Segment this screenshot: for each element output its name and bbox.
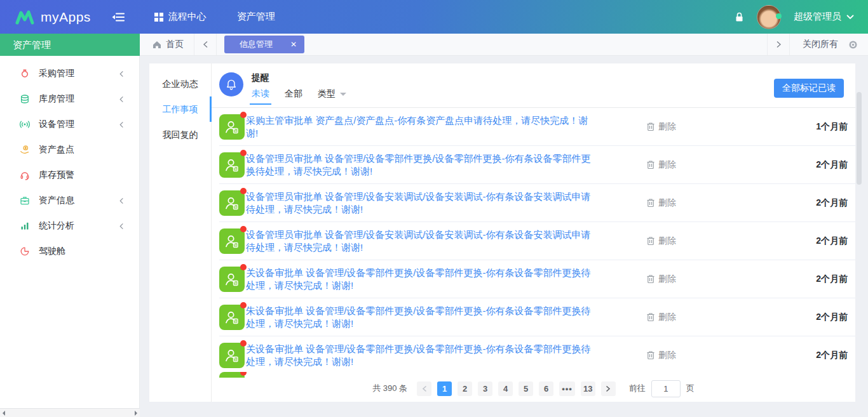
trash-icon [646, 236, 655, 246]
collapse-sidebar-icon[interactable] [111, 11, 125, 23]
trash-icon [646, 312, 655, 322]
sidebar-item-stock-warning[interactable]: 库存预警 [0, 162, 139, 188]
delete-button[interactable]: 删除 [646, 274, 676, 285]
pager-page-6[interactable]: 6 [539, 381, 553, 396]
user-menu[interactable]: 超级管理员 [794, 11, 854, 23]
pager-page-2[interactable]: 2 [458, 381, 472, 396]
sidebar-item-purchase-management[interactable]: 采购管理 [0, 61, 139, 86]
notification-link[interactable]: 设备管理员审批单 设备管理/设备安装调试/设备安装调试-你有条设备安装调试申请待… [246, 228, 592, 254]
breadcrumb-home[interactable]: 首页 [140, 34, 194, 55]
delete-button[interactable]: 删除 [646, 350, 676, 361]
partial-next-row [212, 372, 855, 378]
sidebar-item-dashboard-cockpit[interactable]: 驾驶舱 [0, 239, 139, 264]
topbar-right: 超级管理员 [735, 0, 854, 34]
user-badge-icon [219, 343, 245, 368]
pager-page-5[interactable]: 5 [519, 381, 533, 396]
home-icon [153, 41, 161, 49]
online-status-dot [776, 13, 782, 19]
signal-icon [19, 119, 31, 129]
unread-dot [240, 264, 247, 270]
notification-time: 2个月前 [816, 274, 848, 285]
unread-dot [240, 372, 247, 376]
notification-time: 2个月前 [816, 350, 848, 361]
pager-page-3[interactable]: 3 [478, 381, 492, 396]
top-menu-asset-management[interactable]: 资产管理 [237, 11, 275, 23]
filter-type[interactable]: 类型 [318, 88, 346, 100]
filter-tabs: 未读 全部 类型 [252, 88, 346, 100]
user-badge-icon [219, 305, 245, 330]
notification-link[interactable]: 朱设备审批单 设备管理/设备零部件更换/设备零部件更换-你有条设备零部件更换待处… [246, 305, 592, 330]
total-count: 共 390 条 [372, 383, 407, 394]
top-menu: 流程中心 资产管理 [154, 11, 275, 23]
tab-information-management[interactable]: 信息管理 ✕ [224, 36, 304, 53]
chevron-left-icon [118, 121, 125, 128]
pager-prev[interactable] [417, 381, 431, 396]
sidebar-module-title: 资产管理 [0, 34, 140, 56]
chevron-down-icon [846, 15, 854, 20]
scroll-left-arrow-icon[interactable] [3, 411, 5, 416]
subnav-enterprise-news[interactable]: 企业动态 [149, 71, 211, 96]
logo-m-icon [15, 10, 34, 25]
delete-button[interactable]: 删除 [646, 197, 676, 209]
notification-row: 关设备审批单 设备管理/设备零部件更换/设备零部件更换-你有条设备零部件更换待处… [219, 260, 855, 298]
sidebar-item-statistics-analysis[interactable]: 统计分析 [0, 213, 139, 239]
close-all-tabs-button[interactable]: 关闭所有 [803, 39, 838, 50]
unread-dot [240, 226, 247, 232]
filter-all[interactable]: 全部 [285, 88, 302, 100]
trash-icon [646, 198, 655, 208]
user-avatar[interactable] [757, 5, 781, 29]
top-menu-process-center[interactable]: 流程中心 [154, 11, 207, 23]
notification-row: 设备管理员审批单 设备管理/设备零部件更换/设备零部件更换-你有条设备零部件更换… [219, 146, 855, 184]
delete-button[interactable]: 删除 [646, 121, 676, 133]
vertical-scrollbar-thumb[interactable] [857, 92, 862, 185]
unread-dot [240, 112, 247, 118]
sidebar-item-asset-information[interactable]: 资产信息 [0, 188, 139, 213]
tabs-scroll-right[interactable] [767, 34, 790, 55]
horizontal-scrollbar[interactable] [0, 408, 140, 417]
delete-button[interactable]: 删除 [646, 312, 676, 323]
app-logo[interactable]: myApps [15, 10, 91, 25]
lock-icon[interactable] [735, 12, 744, 22]
message-content: 提醒 未读 全部 类型 全部标记已读 [212, 63, 855, 402]
subnav-work-items[interactable]: 工作事项 [149, 96, 211, 122]
sidebar-item-asset-inventory[interactable]: 资产盘点 [0, 137, 139, 162]
goto-label: 前往 [629, 383, 646, 394]
hand-coin-icon [19, 145, 31, 155]
tab-settings-icon[interactable] [848, 40, 858, 50]
chevron-left-icon [118, 223, 125, 230]
notification-link[interactable]: 设备管理员审批单 设备管理/设备零部件更换/设备零部件更换-你有条设备零部件更换… [246, 152, 592, 178]
message-panel: 企业动态 工作事项 我回复的 提醒 未读 全部 类型 [149, 63, 855, 402]
user-badge-icon [219, 228, 245, 254]
notification-row: 设备管理员审批单 设备管理/设备安装调试/设备安装调试-你有条设备安装调试申请待… [219, 184, 855, 222]
mark-all-read-button[interactable]: 全部标记已读 [774, 79, 844, 98]
notification-link[interactable]: 关设备审批单 设备管理/设备零部件更换/设备零部件更换-你有条设备零部件更换待处… [246, 267, 592, 292]
delete-button[interactable]: 删除 [646, 235, 676, 247]
scroll-right-arrow-icon[interactable] [135, 411, 137, 416]
pager-page-1[interactable]: 1 [437, 381, 452, 396]
trash-icon [646, 350, 655, 360]
pager-page-4[interactable]: 4 [498, 381, 513, 396]
user-badge-icon [219, 267, 245, 292]
sidebar-item-warehouse-management[interactable]: 库房管理 [0, 86, 139, 112]
chevron-left-icon [118, 70, 125, 77]
dashboard-icon [19, 246, 31, 256]
tabs-scroll-left[interactable] [194, 34, 217, 55]
message-subnav: 企业动态 工作事项 我回复的 [149, 63, 212, 402]
content-header: 提醒 未读 全部 类型 全部标记已读 [212, 63, 855, 108]
pagination: 共 390 条 123456•••13 前往 页 [212, 378, 855, 402]
panel-title: 提醒 [252, 72, 346, 84]
pager-next[interactable] [601, 381, 616, 396]
delete-button[interactable]: 删除 [646, 159, 676, 171]
pager-page-13[interactable]: 13 [581, 381, 595, 396]
close-icon[interactable]: ✕ [290, 40, 297, 49]
filter-unread[interactable]: 未读 [252, 88, 269, 100]
subnav-my-replies[interactable]: 我回复的 [149, 122, 211, 147]
notification-link[interactable]: 采购主管审批单 资产盘点/资产盘点-你有条资产盘点申请待处理，请尽快完成！谢谢! [246, 114, 592, 140]
goto-page-input[interactable] [651, 380, 681, 397]
pager-more[interactable]: ••• [559, 381, 575, 396]
top-navbar: myApps 流程中心 资产管理 超级管理员 [0, 0, 868, 34]
user-badge-icon [219, 372, 245, 378]
notification-link[interactable]: 设备管理员审批单 设备管理/设备安装调试/设备安装调试-你有条设备安装调试申请待… [246, 190, 592, 216]
sidebar-item-equipment-management[interactable]: 设备管理 [0, 112, 139, 137]
notification-link[interactable]: 关设备审批单 设备管理/设备零部件更换/设备零部件更换-你有条设备零部件更换待处… [246, 343, 592, 368]
